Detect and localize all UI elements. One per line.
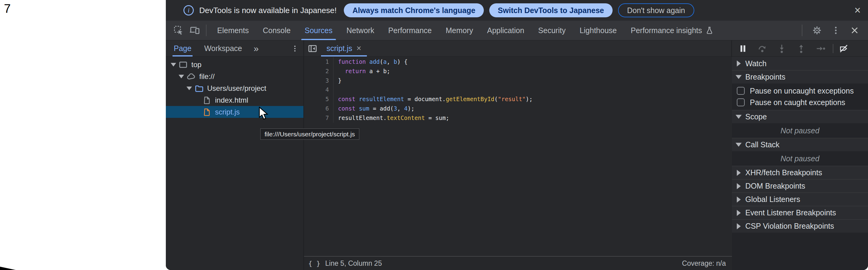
tree-item-index-html[interactable]: index.html [166,94,303,106]
tab-performance-insights[interactable]: Performance insights [624,21,721,40]
tab-application[interactable]: Application [480,21,531,40]
token-pl [338,68,345,74]
more-menu-icon[interactable] [828,23,844,38]
expand-arrow-icon[interactable] [169,63,177,66]
section-label: Breakpoints [745,72,785,81]
tab-label: Security [538,26,565,35]
debugger-toolbar [732,40,868,57]
section-header-xhr-fetch-breakpoints[interactable]: XHR/fetch Breakpoints [732,166,868,179]
divider [833,44,833,53]
expand-arrow-icon[interactable] [177,75,185,78]
section-header-scope[interactable]: Scope [732,110,868,123]
inspect-icon[interactable] [171,23,186,38]
token-pl [355,96,359,102]
section-header-global-listeners[interactable]: Global Listeners [732,192,868,206]
tab-memory[interactable]: Memory [439,21,480,40]
divider [802,25,802,36]
devtools-window: i DevTools is now available in Japanese!… [166,0,868,270]
chevron-down-icon [732,115,745,119]
tab-performance[interactable]: Performance [381,21,439,40]
tab-overflow-chevrons[interactable]: » [254,43,259,54]
tree-item-users-user-project[interactable]: Users/user/project [166,82,303,94]
tab-console[interactable]: Console [256,21,298,40]
section-header-breakpoints[interactable]: Breakpoints [732,70,868,84]
checkbox-icon[interactable] [737,87,745,95]
not-paused-message: Not paused [732,151,868,166]
token-pl: ); [408,105,414,112]
settings-gear-icon[interactable] [809,23,825,38]
code-line-3: 3} [304,76,732,85]
file-navigator: topfile://Users/user/projectindex.htmlsc… [166,57,304,270]
infobar-button-switch-devtools-to-japanese[interactable]: Switch DevTools to Japanese [489,3,613,17]
checkbox-pause-on-caught-exceptions[interactable]: Pause on caught exceptions [732,97,868,108]
step-out-icon[interactable] [794,41,808,56]
infobar-button-always-match-chrome-s-language[interactable]: Always match Chrome's language [344,3,484,17]
section-header-call-stack[interactable]: Call Stack [732,138,868,151]
line-number[interactable]: 7 [304,113,334,123]
section-content-scope: Not paused [732,123,868,138]
navigator-more-menu-icon[interactable] [291,44,299,53]
token-def: a [383,58,386,65]
tab-security[interactable]: Security [531,21,572,40]
line-number[interactable]: 3 [304,76,334,85]
checkbox-pause-on-uncaught-exceptions[interactable]: Pause on uncaught exceptions [732,85,868,97]
tab-lighthouse[interactable]: Lighthouse [572,21,623,40]
token-kw: return [345,68,366,74]
line-number[interactable]: 2 [304,66,334,76]
token-kw: const [338,105,355,112]
infobar-close-icon[interactable]: × [854,4,861,17]
section-header-watch[interactable]: Watch [732,57,868,70]
infobar-button-don-t-show-again[interactable]: Don't show again [618,3,694,17]
step-into-icon[interactable] [774,41,789,56]
code-area[interactable]: 1function add(a, b) {2 return a + b;3}45… [304,57,732,256]
coverage-status: Coverage: n/a [682,259,726,268]
section-label: Call Stack [745,140,780,149]
tree-item-label: index.html [215,96,248,104]
navigator-tabstrip: PageWorkspace » [166,40,304,57]
tree-item-top[interactable]: top [166,59,303,70]
chevron-right-icon [732,170,745,176]
checkbox-icon[interactable] [737,98,745,106]
tab-sources[interactable]: Sources [298,21,340,40]
line-number[interactable]: 5 [304,94,334,104]
code-text [334,85,338,94]
expand-arrow-icon[interactable] [185,87,193,90]
tab-elements[interactable]: Elements [210,21,256,40]
step-icon[interactable] [813,41,828,56]
tree-item-file[interactable]: file:// [166,70,303,82]
pretty-print-icon[interactable]: { } [308,260,320,267]
page-result-text: 7 [4,2,11,16]
code-text: function add(a, b) { [334,57,408,66]
section-header-csp-violation-breakpoints[interactable]: CSP Violation Breakpoints [732,219,868,233]
token-kw: function [338,58,366,65]
frame-icon [179,60,188,69]
toggle-navigator-panel-icon[interactable] [304,40,321,57]
device-toolbar-icon[interactable] [186,23,202,38]
pause-script-icon[interactable] [736,41,750,56]
step-over-icon[interactable] [755,41,770,56]
token-def: b [394,58,397,65]
section-header-event-listener-breakpoints[interactable]: Event Listener Breakpoints [732,206,868,219]
close-devtools-icon[interactable] [847,23,863,38]
editor-tab-script-js[interactable]: script.js × [321,40,367,57]
navigator-tab-page[interactable]: Page [173,40,192,57]
section-header-dom-breakpoints[interactable]: DOM Breakpoints [732,179,868,192]
tab-network[interactable]: Network [340,21,381,40]
line-number[interactable]: 6 [304,104,334,113]
token-pl: a + b; [366,68,390,74]
tree-item-label: file:// [199,72,215,81]
token-def: resultElement [359,96,404,102]
cloud-icon [186,72,195,81]
cursor-position: Line 5, Column 25 [325,259,382,268]
code-text: const sum = add(3, 4); [334,104,414,113]
token-pl: resultElement. [338,115,386,121]
deactivate-breakpoints-icon[interactable] [836,41,851,56]
tab-close-icon[interactable]: × [356,44,362,53]
navigator-tab-workspace[interactable]: Workspace [203,40,243,57]
token-pl: ); [526,96,533,102]
token-pl: , [397,105,404,112]
code-line-6: 6const sum = add(3, 4); [304,104,732,113]
line-number[interactable]: 4 [304,85,334,94]
line-number[interactable]: 1 [304,57,334,66]
tree-item-script-js[interactable]: script.js [166,106,303,118]
